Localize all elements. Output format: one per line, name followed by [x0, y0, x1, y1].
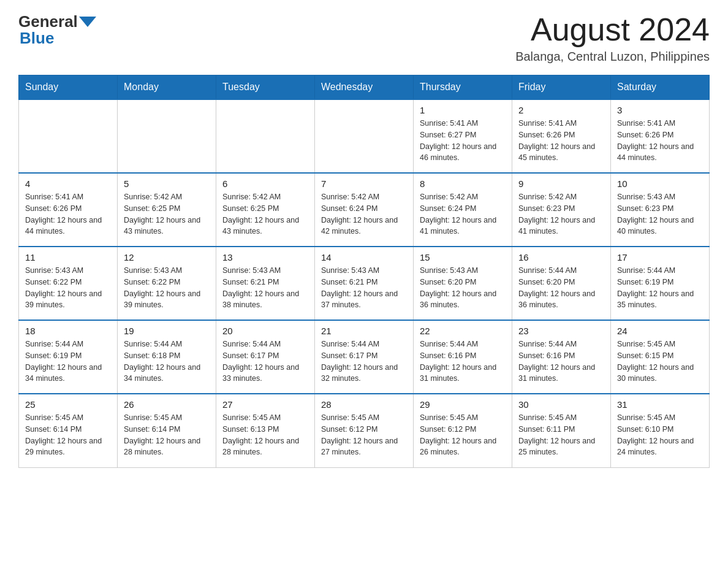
calendar-day: 27Sunrise: 5:45 AM Sunset: 6:13 PM Dayli… [216, 394, 315, 467]
calendar-day: 12Sunrise: 5:43 AM Sunset: 6:22 PM Dayli… [118, 247, 216, 320]
day-number: 11 [25, 252, 111, 262]
day-info: Sunrise: 5:44 AM Sunset: 6:16 PM Dayligh… [518, 339, 604, 385]
location-subtitle: Balanga, Central Luzon, Philippines [515, 50, 710, 64]
day-info: Sunrise: 5:44 AM Sunset: 6:19 PM Dayligh… [25, 339, 111, 385]
weekday-header: Sunday [19, 75, 118, 100]
page-header: General Blue August 2024 Balanga, Centra… [18, 12, 710, 64]
calendar-day: 13Sunrise: 5:43 AM Sunset: 6:21 PM Dayli… [216, 247, 315, 320]
calendar-week-row: 25Sunrise: 5:45 AM Sunset: 6:14 PM Dayli… [19, 394, 710, 467]
weekday-header: Friday [512, 75, 611, 100]
calendar-day: 6Sunrise: 5:42 AM Sunset: 6:25 PM Daylig… [216, 173, 315, 247]
calendar-day: 18Sunrise: 5:44 AM Sunset: 6:19 PM Dayli… [19, 320, 118, 394]
calendar-day: 31Sunrise: 5:45 AM Sunset: 6:10 PM Dayli… [611, 394, 710, 467]
day-number: 28 [321, 399, 407, 410]
day-number: 22 [420, 326, 506, 336]
day-info: Sunrise: 5:43 AM Sunset: 6:22 PM Dayligh… [25, 265, 111, 311]
day-info: Sunrise: 5:44 AM Sunset: 6:19 PM Dayligh… [617, 265, 703, 311]
day-number: 20 [222, 326, 308, 336]
calendar-day: 26Sunrise: 5:45 AM Sunset: 6:14 PM Dayli… [118, 394, 216, 467]
day-info: Sunrise: 5:45 AM Sunset: 6:13 PM Dayligh… [222, 412, 308, 458]
day-number: 3 [617, 105, 703, 115]
day-number: 2 [518, 105, 604, 115]
day-number: 25 [25, 399, 111, 410]
calendar-empty-day [315, 99, 414, 173]
weekday-header: Saturday [611, 75, 710, 100]
day-number: 17 [617, 252, 703, 262]
day-info: Sunrise: 5:43 AM Sunset: 6:21 PM Dayligh… [222, 265, 308, 311]
day-number: 13 [222, 252, 308, 262]
day-info: Sunrise: 5:43 AM Sunset: 6:20 PM Dayligh… [420, 265, 506, 311]
day-info: Sunrise: 5:42 AM Sunset: 6:24 PM Dayligh… [420, 191, 506, 237]
calendar-day: 8Sunrise: 5:42 AM Sunset: 6:24 PM Daylig… [414, 173, 512, 247]
calendar-day: 16Sunrise: 5:44 AM Sunset: 6:20 PM Dayli… [512, 247, 611, 320]
calendar-week-row: 11Sunrise: 5:43 AM Sunset: 6:22 PM Dayli… [19, 247, 710, 320]
day-info: Sunrise: 5:44 AM Sunset: 6:20 PM Dayligh… [518, 265, 604, 311]
calendar-day: 24Sunrise: 5:45 AM Sunset: 6:15 PM Dayli… [611, 320, 710, 394]
logo-icon [79, 13, 96, 31]
day-number: 30 [518, 399, 604, 410]
day-number: 7 [321, 178, 407, 189]
day-number: 19 [124, 326, 210, 336]
day-number: 18 [25, 326, 111, 336]
day-info: Sunrise: 5:42 AM Sunset: 6:25 PM Dayligh… [222, 191, 308, 237]
day-info: Sunrise: 5:41 AM Sunset: 6:26 PM Dayligh… [617, 118, 703, 164]
calendar-day: 1Sunrise: 5:41 AM Sunset: 6:27 PM Daylig… [414, 99, 512, 173]
day-number: 23 [518, 326, 604, 336]
calendar-day: 25Sunrise: 5:45 AM Sunset: 6:14 PM Dayli… [19, 394, 118, 467]
day-info: Sunrise: 5:41 AM Sunset: 6:26 PM Dayligh… [25, 191, 111, 237]
calendar-week-row: 1Sunrise: 5:41 AM Sunset: 6:27 PM Daylig… [19, 99, 710, 173]
calendar-empty-day [19, 99, 118, 173]
weekday-header: Monday [118, 75, 216, 100]
day-number: 8 [420, 178, 506, 189]
day-number: 14 [321, 252, 407, 262]
calendar-empty-day [216, 99, 315, 173]
day-info: Sunrise: 5:45 AM Sunset: 6:10 PM Dayligh… [617, 412, 703, 458]
calendar-day: 15Sunrise: 5:43 AM Sunset: 6:20 PM Dayli… [414, 247, 512, 320]
day-info: Sunrise: 5:44 AM Sunset: 6:18 PM Dayligh… [124, 339, 210, 385]
calendar-day: 19Sunrise: 5:44 AM Sunset: 6:18 PM Dayli… [118, 320, 216, 394]
day-info: Sunrise: 5:44 AM Sunset: 6:17 PM Dayligh… [321, 339, 407, 385]
day-info: Sunrise: 5:44 AM Sunset: 6:17 PM Dayligh… [222, 339, 308, 385]
calendar-day: 22Sunrise: 5:44 AM Sunset: 6:16 PM Dayli… [414, 320, 512, 394]
day-number: 1 [420, 105, 506, 115]
calendar-day: 20Sunrise: 5:44 AM Sunset: 6:17 PM Dayli… [216, 320, 315, 394]
day-number: 9 [518, 178, 604, 189]
day-info: Sunrise: 5:43 AM Sunset: 6:21 PM Dayligh… [321, 265, 407, 311]
calendar-week-row: 18Sunrise: 5:44 AM Sunset: 6:19 PM Dayli… [19, 320, 710, 394]
calendar-day: 21Sunrise: 5:44 AM Sunset: 6:17 PM Dayli… [315, 320, 414, 394]
calendar-day: 3Sunrise: 5:41 AM Sunset: 6:26 PM Daylig… [611, 99, 710, 173]
day-number: 24 [617, 326, 703, 336]
day-number: 4 [25, 178, 111, 189]
day-info: Sunrise: 5:43 AM Sunset: 6:23 PM Dayligh… [617, 191, 703, 237]
day-info: Sunrise: 5:42 AM Sunset: 6:23 PM Dayligh… [518, 191, 604, 237]
calendar-day: 29Sunrise: 5:45 AM Sunset: 6:12 PM Dayli… [414, 394, 512, 467]
weekday-header: Wednesday [315, 75, 414, 100]
month-year-title: August 2024 [515, 12, 710, 47]
day-info: Sunrise: 5:45 AM Sunset: 6:15 PM Dayligh… [617, 339, 703, 385]
calendar-day: 17Sunrise: 5:44 AM Sunset: 6:19 PM Dayli… [611, 247, 710, 320]
day-info: Sunrise: 5:45 AM Sunset: 6:11 PM Dayligh… [518, 412, 604, 458]
day-number: 15 [420, 252, 506, 262]
day-info: Sunrise: 5:45 AM Sunset: 6:12 PM Dayligh… [321, 412, 407, 458]
svg-marker-0 [79, 17, 96, 27]
day-info: Sunrise: 5:43 AM Sunset: 6:22 PM Dayligh… [124, 265, 210, 311]
calendar-day: 10Sunrise: 5:43 AM Sunset: 6:23 PM Dayli… [611, 173, 710, 247]
logo: General Blue [18, 12, 96, 48]
calendar-day: 5Sunrise: 5:42 AM Sunset: 6:25 PM Daylig… [118, 173, 216, 247]
calendar-day: 2Sunrise: 5:41 AM Sunset: 6:26 PM Daylig… [512, 99, 611, 173]
weekday-header: Tuesday [216, 75, 315, 100]
day-info: Sunrise: 5:45 AM Sunset: 6:14 PM Dayligh… [25, 412, 111, 458]
day-number: 29 [420, 399, 506, 410]
day-info: Sunrise: 5:42 AM Sunset: 6:24 PM Dayligh… [321, 191, 407, 237]
calendar-day: 4Sunrise: 5:41 AM Sunset: 6:26 PM Daylig… [19, 173, 118, 247]
day-info: Sunrise: 5:42 AM Sunset: 6:25 PM Dayligh… [124, 191, 210, 237]
day-number: 21 [321, 326, 407, 336]
day-number: 31 [617, 399, 703, 410]
calendar-day: 7Sunrise: 5:42 AM Sunset: 6:24 PM Daylig… [315, 173, 414, 247]
day-info: Sunrise: 5:45 AM Sunset: 6:12 PM Dayligh… [420, 412, 506, 458]
weekday-header: Thursday [414, 75, 512, 100]
day-number: 16 [518, 252, 604, 262]
day-info: Sunrise: 5:41 AM Sunset: 6:26 PM Dayligh… [518, 118, 604, 164]
day-number: 10 [617, 178, 703, 189]
calendar-week-row: 4Sunrise: 5:41 AM Sunset: 6:26 PM Daylig… [19, 173, 710, 247]
